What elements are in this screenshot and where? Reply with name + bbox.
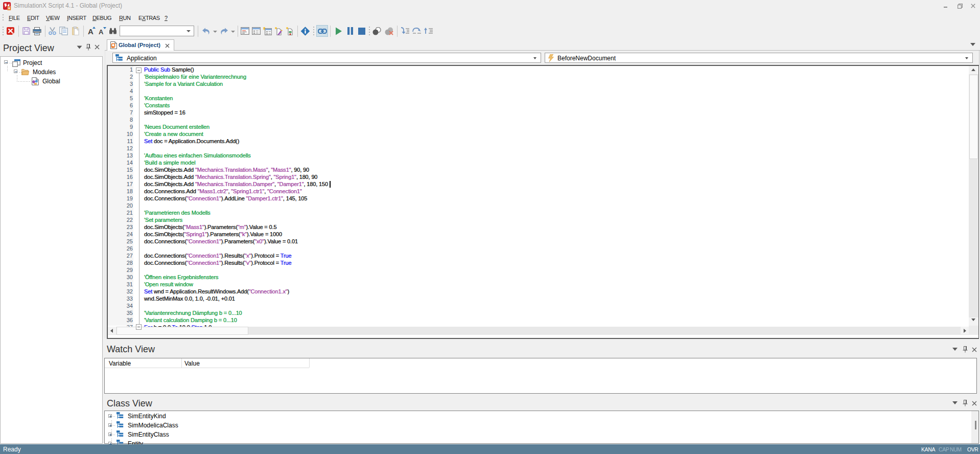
svg-text:A: A: [99, 28, 104, 35]
svg-text:A: A: [88, 27, 94, 35]
